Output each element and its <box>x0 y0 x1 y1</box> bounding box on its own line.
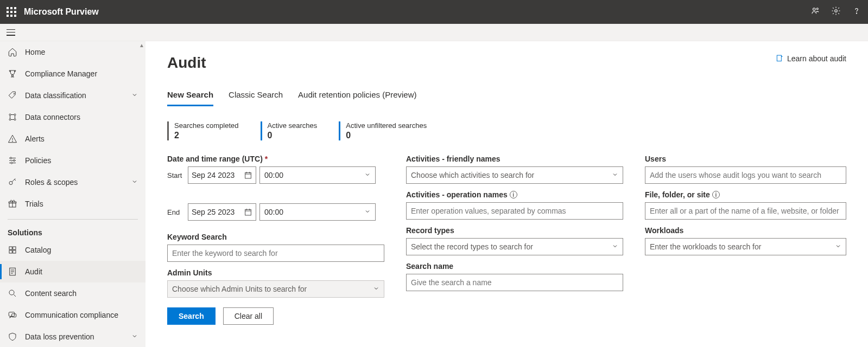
sidebar-item-content-search[interactable]: Content search <box>0 282 145 304</box>
start-time-select[interactable]: 00:00 <box>259 166 376 184</box>
stat-label: Searches completed <box>174 121 239 130</box>
audit-icon <box>8 267 17 277</box>
activities-operation-input[interactable] <box>406 202 623 220</box>
sidebar-item-label: Home <box>25 48 45 56</box>
sidebar-item-alerts[interactable]: Alerts <box>0 128 145 150</box>
activities-operation-label: Activities - operation names i <box>406 190 623 199</box>
end-time-select[interactable]: 00:00 <box>259 203 376 221</box>
svg-point-4 <box>14 93 15 94</box>
users-input[interactable] <box>645 166 846 184</box>
connectors-icon <box>8 112 17 122</box>
sidebar-item-label: Data classification <box>25 91 86 100</box>
sidebar-item-label: Policies <box>25 156 51 165</box>
record-types-select[interactable]: Select the record types to search for <box>406 238 623 255</box>
workloads-label: Workloads <box>645 226 846 235</box>
info-icon[interactable]: i <box>712 191 720 198</box>
stats-row: Searches completed 2 Active searches 0 A… <box>167 121 846 140</box>
sidebar-item-catalog[interactable]: Catalog <box>0 239 145 261</box>
stat-value: 0 <box>346 131 427 140</box>
sidebar-item-label: Content search <box>25 289 77 298</box>
svg-point-13 <box>9 182 12 185</box>
clear-all-button[interactable]: Clear all <box>223 307 274 325</box>
sidebar-item-audit[interactable]: Audit <box>0 261 145 282</box>
trophy-icon <box>8 69 17 79</box>
file-folder-site-input[interactable] <box>645 202 846 220</box>
stat-active-unfiltered: Active unfiltered searches 0 <box>339 121 427 140</box>
search-button[interactable]: Search <box>167 307 216 325</box>
learn-about-link[interactable]: Learn about audit <box>775 54 846 63</box>
end-date-input[interactable]: Sep 25 2023 <box>188 203 256 221</box>
tab-classic-search[interactable]: Classic Search <box>229 87 283 106</box>
chevron-down-icon <box>364 171 371 179</box>
start-date-input[interactable]: Sep 24 2023 <box>188 166 256 184</box>
chevron-down-icon <box>364 208 371 216</box>
svg-rect-16 <box>9 247 12 249</box>
alert-icon <box>8 134 17 144</box>
sidebar-item-label: Communication compliance <box>25 311 118 319</box>
person-icon[interactable] <box>810 6 820 18</box>
sidebar-item-data-loss-prevention[interactable]: Data loss prevention <box>0 326 145 347</box>
chat-icon <box>8 310 17 320</box>
stat-label: Active unfiltered searches <box>346 121 427 130</box>
chevron-down-icon <box>131 178 138 187</box>
svg-point-0 <box>813 8 816 11</box>
search-name-label: Search name <box>406 262 623 271</box>
info-icon[interactable]: i <box>510 191 517 198</box>
workloads-select[interactable]: Enter the workloads to search for <box>645 238 846 255</box>
svg-point-10 <box>10 157 12 159</box>
sidebar-item-label: Data connectors <box>25 113 80 121</box>
learn-about-text: Learn about audit <box>787 54 846 63</box>
search-icon <box>8 288 17 298</box>
sidebar-item-label: Alerts <box>25 134 45 143</box>
sidebar-item-trials[interactable]: Trials <box>0 193 145 215</box>
sidebar-item-data-classification[interactable]: Data classification <box>0 85 145 106</box>
calendar-icon <box>244 208 252 216</box>
activities-friendly-select[interactable]: Choose which activities to search for <box>406 166 623 184</box>
search-name-input[interactable] <box>406 274 623 291</box>
svg-point-21 <box>9 290 14 295</box>
svg-point-12 <box>11 162 12 164</box>
help-icon[interactable] <box>852 6 861 18</box>
chevron-down-icon <box>373 285 379 293</box>
tabs: New Search Classic Search Audit retentio… <box>167 87 846 106</box>
nav-divider <box>8 219 138 220</box>
svg-point-1 <box>816 8 818 10</box>
svg-rect-26 <box>245 209 251 215</box>
svg-point-5 <box>9 114 11 115</box>
chevron-down-icon <box>612 171 618 179</box>
svg-rect-17 <box>13 247 16 249</box>
stat-value: 0 <box>268 131 318 140</box>
sidebar-item-label: Trials <box>25 200 43 208</box>
admin-units-label: Admin Units <box>167 268 384 277</box>
sidebar-item-home[interactable]: Home <box>0 41 145 63</box>
file-folder-site-label: File, folder, or site i <box>645 190 846 199</box>
svg-rect-24 <box>777 55 781 61</box>
chevron-down-icon <box>612 242 618 251</box>
admin-units-select: Choose which Admin Units to search for <box>167 280 384 298</box>
sidebar-item-label: Data loss prevention <box>25 332 94 341</box>
users-label: Users <box>645 155 846 163</box>
sidebar-item-data-connectors[interactable]: Data connectors <box>0 106 145 128</box>
gift-icon <box>8 199 17 209</box>
chevron-down-icon <box>131 91 138 100</box>
sidebar-item-communication-compliance[interactable]: Communication compliance <box>0 304 145 326</box>
sidebar-item-compliance-manager[interactable]: Compliance Manager <box>0 63 145 85</box>
hamburger-icon[interactable] <box>7 29 15 36</box>
sidebar-item-label: Audit <box>25 267 42 276</box>
sidebar-item-roles[interactable]: Roles & scopes <box>0 171 145 193</box>
tab-new-search[interactable]: New Search <box>167 87 213 106</box>
solutions-heading: Solutions <box>0 224 145 239</box>
datetime-range-label: Date and time range (UTC)* <box>167 155 384 163</box>
brand-title: Microsoft Purview <box>24 7 99 17</box>
sidebar-item-policies[interactable]: Policies <box>0 150 145 171</box>
svg-point-3 <box>856 13 857 14</box>
svg-point-9 <box>12 141 12 142</box>
keyword-input[interactable] <box>167 245 384 262</box>
tab-audit-retention[interactable]: Audit retention policies (Preview) <box>298 87 416 106</box>
gear-icon[interactable] <box>831 6 841 18</box>
svg-rect-19 <box>13 250 16 253</box>
top-bar: Microsoft Purview <box>0 0 868 24</box>
tag-icon <box>8 91 17 100</box>
grid-icon <box>8 245 17 255</box>
app-launcher-icon[interactable] <box>7 7 16 17</box>
